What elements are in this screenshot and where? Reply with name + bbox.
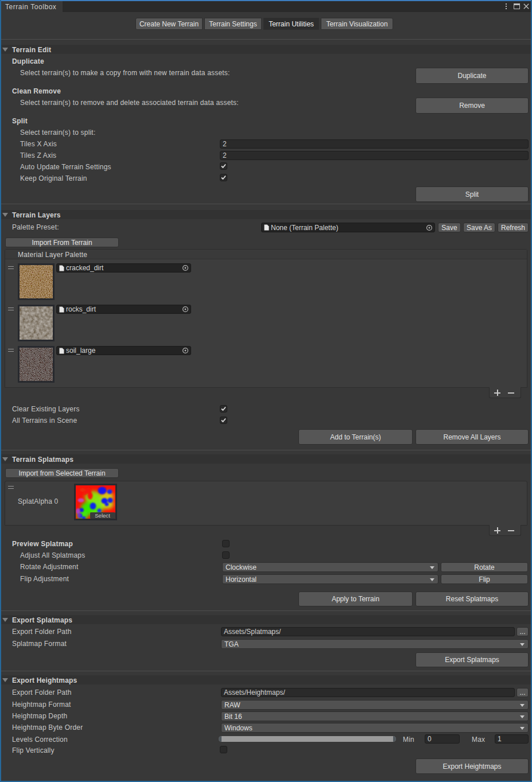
svg-text:Select: Select bbox=[95, 512, 110, 519]
